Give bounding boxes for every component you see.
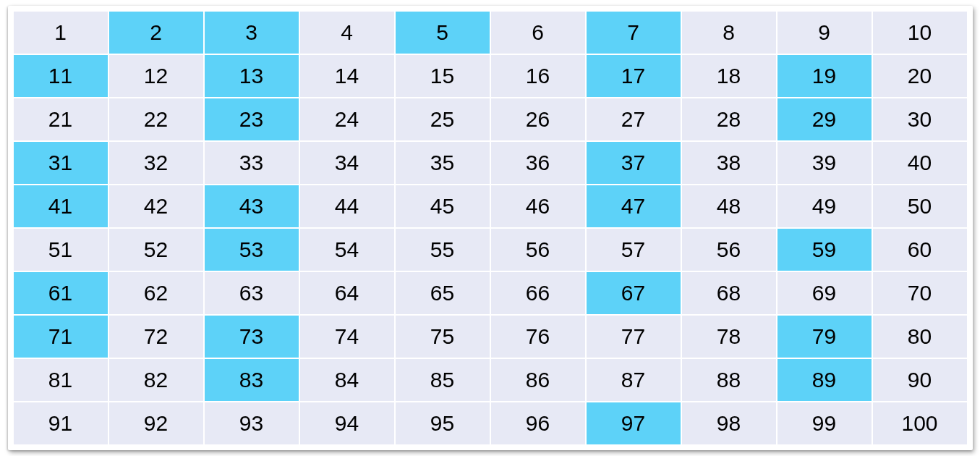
number-cell: 23 [204,98,299,141]
number-cell: 98 [681,402,777,445]
number-cell: 83 [204,358,299,402]
number-cell: 56 [490,228,586,271]
number-cell: 80 [872,315,968,358]
number-cell: 27 [586,98,681,141]
number-cell: 15 [395,54,490,98]
number-cell: 42 [108,185,204,228]
number-cell: 64 [299,271,395,315]
number-cell: 91 [13,402,108,445]
number-cell: 47 [586,185,681,228]
number-grid-chart: 1234567891011121314151617181920212223242… [8,6,973,450]
number-cell: 12 [108,54,204,98]
number-cell: 16 [490,54,586,98]
number-cell: 24 [299,98,395,141]
number-cell: 99 [777,402,872,445]
number-cell: 10 [872,11,968,54]
number-cell: 20 [872,54,968,98]
number-cell: 7 [586,11,681,54]
number-cell: 56 [681,228,777,271]
number-cell: 26 [490,98,586,141]
number-cell: 71 [13,315,108,358]
number-cell: 100 [872,402,968,445]
number-cell: 75 [395,315,490,358]
number-cell: 79 [777,315,872,358]
number-cell: 92 [108,402,204,445]
number-cell: 37 [586,141,681,185]
number-cell: 17 [586,54,681,98]
table-row: 41424344454647484950 [13,185,968,228]
number-cell: 61 [13,271,108,315]
number-grid-table: 1234567891011121314151617181920212223242… [12,10,968,446]
number-cell: 41 [13,185,108,228]
number-cell: 55 [395,228,490,271]
number-cell: 9 [777,11,872,54]
number-cell: 63 [204,271,299,315]
number-grid-body: 1234567891011121314151617181920212223242… [13,11,968,445]
number-cell: 40 [872,141,968,185]
number-cell: 25 [395,98,490,141]
number-cell: 51 [13,228,108,271]
number-cell: 60 [872,228,968,271]
number-cell: 28 [681,98,777,141]
number-cell: 59 [777,228,872,271]
table-row: 919293949596979899100 [13,402,968,445]
number-cell: 50 [872,185,968,228]
number-cell: 93 [204,402,299,445]
number-cell: 82 [108,358,204,402]
number-cell: 45 [395,185,490,228]
number-cell: 29 [777,98,872,141]
number-cell: 52 [108,228,204,271]
number-cell: 94 [299,402,395,445]
number-cell: 3 [204,11,299,54]
number-cell: 5 [395,11,490,54]
table-row: 12345678910 [13,11,968,54]
number-cell: 33 [204,141,299,185]
number-cell: 46 [490,185,586,228]
table-row: 11121314151617181920 [13,54,968,98]
number-cell: 73 [204,315,299,358]
number-cell: 53 [204,228,299,271]
number-cell: 86 [490,358,586,402]
number-cell: 32 [108,141,204,185]
number-cell: 74 [299,315,395,358]
number-cell: 66 [490,271,586,315]
number-cell: 39 [777,141,872,185]
table-row: 31323334353637383940 [13,141,968,185]
number-cell: 72 [108,315,204,358]
number-cell: 34 [299,141,395,185]
table-row: 61626364656667686970 [13,271,968,315]
number-cell: 77 [586,315,681,358]
number-cell: 95 [395,402,490,445]
number-cell: 13 [204,54,299,98]
table-row: 81828384858687888990 [13,358,968,402]
number-cell: 22 [108,98,204,141]
number-cell: 69 [777,271,872,315]
number-cell: 97 [586,402,681,445]
number-cell: 68 [681,271,777,315]
number-cell: 30 [872,98,968,141]
number-cell: 54 [299,228,395,271]
number-cell: 96 [490,402,586,445]
number-cell: 70 [872,271,968,315]
number-cell: 65 [395,271,490,315]
number-cell: 76 [490,315,586,358]
number-cell: 87 [586,358,681,402]
number-cell: 81 [13,358,108,402]
number-cell: 90 [872,358,968,402]
number-cell: 36 [490,141,586,185]
number-cell: 21 [13,98,108,141]
number-cell: 43 [204,185,299,228]
number-cell: 31 [13,141,108,185]
number-cell: 88 [681,358,777,402]
number-cell: 11 [13,54,108,98]
number-cell: 89 [777,358,872,402]
table-row: 71727374757677787980 [13,315,968,358]
number-cell: 44 [299,185,395,228]
number-cell: 67 [586,271,681,315]
number-cell: 84 [299,358,395,402]
number-cell: 49 [777,185,872,228]
number-cell: 14 [299,54,395,98]
number-cell: 62 [108,271,204,315]
number-cell: 6 [490,11,586,54]
number-cell: 2 [108,11,204,54]
